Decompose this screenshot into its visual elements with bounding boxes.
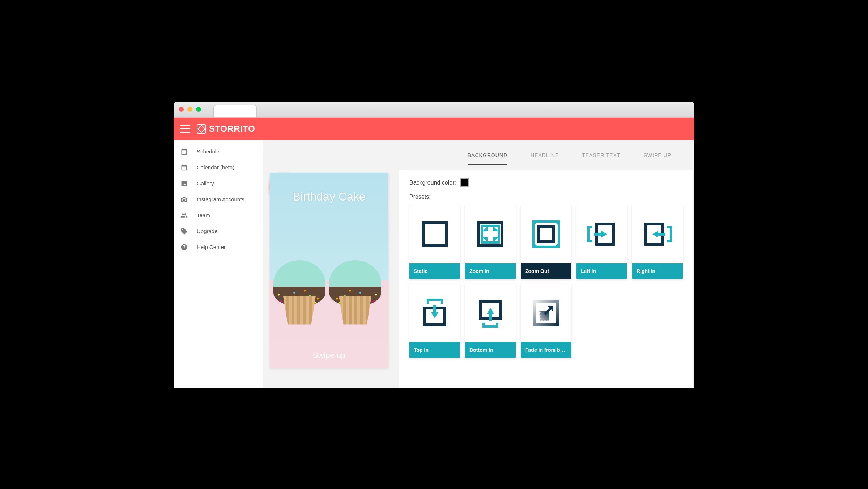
brand[interactable]: STORRITO [197, 124, 255, 134]
sidebar-item-label: Instagram Accounts [197, 196, 244, 202]
preset-fade[interactable]: Fade in from b… [521, 284, 571, 358]
preset-thumb [521, 284, 571, 342]
camera-icon [180, 195, 188, 203]
sidebar-item-label: Gallery [197, 180, 214, 186]
schedule-icon [180, 148, 188, 156]
preset-bottom-in[interactable]: Bottom In [465, 284, 516, 358]
tab-background[interactable]: BACKGROUND [468, 152, 507, 165]
sidebar-item-gallery[interactable]: Gallery [174, 176, 263, 191]
brand-icon [197, 124, 206, 134]
window-maximize-icon[interactable] [196, 107, 201, 112]
sidebar-item-label: Help Center [197, 244, 226, 250]
sidebar-item-schedule[interactable]: Schedule [174, 144, 263, 160]
sidebar-item-help[interactable]: Help Center [174, 239, 263, 255]
preview-title: Birthday Cake [270, 173, 388, 203]
preset-zoom-out[interactable]: Zoom Out [521, 205, 571, 279]
story-preview: Birthday Cake Swipe up [270, 173, 388, 368]
sidebar-item-label: Calendar (beta) [197, 164, 234, 170]
menu-icon[interactable] [180, 125, 190, 133]
preset-right-in[interactable]: Right In [632, 205, 683, 279]
preset-label: Right In [632, 263, 683, 279]
window-minimize-icon[interactable] [187, 107, 192, 112]
tab-headline[interactable]: HEADLINE [531, 152, 559, 165]
preset-static[interactable]: Static [409, 205, 460, 279]
background-color-label: Background color: [409, 180, 456, 186]
browser-titlebar [174, 102, 694, 118]
sidebar-item-label: Team [197, 212, 210, 218]
preset-label: Left In [576, 263, 627, 279]
sidebar-item-camera[interactable]: Instagram Accounts [174, 191, 263, 207]
preset-label: Zoom In [465, 263, 516, 279]
background-color-swatch[interactable] [460, 178, 469, 187]
preset-thumb [521, 205, 571, 263]
editor-tabs: BACKGROUNDHEADLINETEASER TEXTSWIPE UP [399, 144, 693, 165]
preview-swipe-text: Swipe up [270, 351, 388, 360]
gallery-icon [180, 180, 188, 187]
brand-text: STORRITO [209, 124, 255, 134]
tab-teaser-text[interactable]: TEASER TEXT [582, 152, 620, 165]
preset-label: Top In [409, 342, 460, 358]
preview-artwork [270, 252, 388, 346]
preset-thumb [576, 205, 627, 263]
preset-label: Bottom In [465, 342, 516, 358]
preset-zoom-in[interactable]: Zoom In [465, 205, 516, 279]
preset-top-in[interactable]: Top In [409, 284, 460, 358]
sidebar-item-label: Schedule [197, 148, 220, 155]
tab-swipe-up[interactable]: SWIPE UP [644, 152, 671, 165]
sidebar-item-tag[interactable]: Upgrade [174, 223, 263, 239]
background-panel: Background color: Presets: StaticZoom In… [399, 170, 693, 388]
preset-thumb [409, 205, 460, 263]
preset-thumb [409, 284, 460, 342]
sidebar-item-label: Upgrade [197, 228, 218, 234]
tag-icon [180, 227, 188, 235]
sidebar: ScheduleCalendar (beta)GalleryInstagram … [174, 140, 263, 388]
sidebar-item-team[interactable]: Team [174, 207, 263, 223]
preset-label: Zoom Out [521, 263, 571, 279]
presets-label: Presets: [409, 194, 683, 200]
sidebar-item-calendar[interactable]: Calendar (beta) [174, 160, 263, 176]
team-icon [180, 211, 188, 219]
preset-thumb [632, 205, 683, 263]
browser-frame: STORRITO ScheduleCalendar (beta)GalleryI… [174, 102, 694, 388]
preset-thumb [465, 205, 516, 263]
window-close-icon[interactable] [179, 107, 184, 112]
app-header: STORRITO [174, 118, 694, 140]
browser-tab[interactable] [213, 105, 257, 117]
help-icon [180, 243, 188, 251]
preset-label: Static [409, 263, 460, 279]
preset-label: Fade in from b… [521, 342, 571, 358]
calendar-icon [180, 164, 188, 172]
preset-left-in[interactable]: Left In [576, 205, 627, 279]
preset-thumb [465, 284, 516, 342]
